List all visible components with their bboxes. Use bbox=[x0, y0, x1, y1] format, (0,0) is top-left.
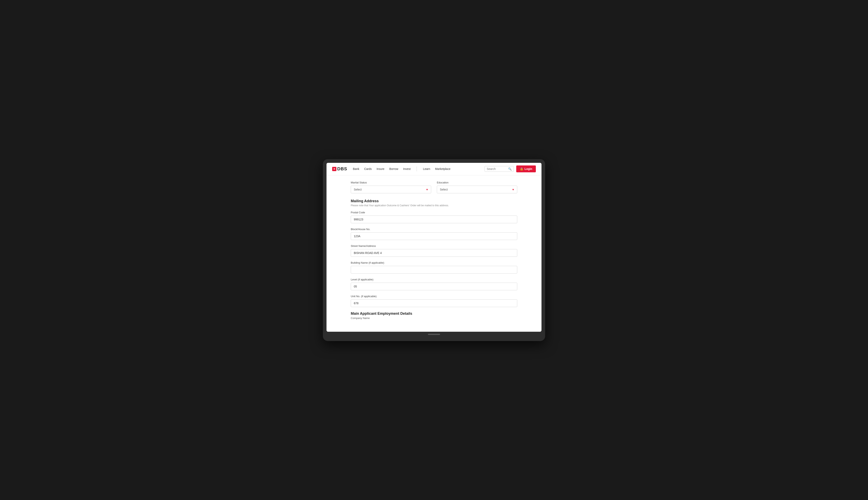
mailing-address-title: Mailing Address bbox=[351, 199, 517, 203]
nav-right: 🔍 🔒 Login bbox=[484, 166, 536, 172]
logo-text: DBS bbox=[337, 166, 347, 171]
company-name-subtitle: Company Name bbox=[351, 317, 517, 320]
level-group: Level (if applicable) bbox=[351, 278, 517, 290]
nav-links: Bank Cards Insure Borrow Invest Learn Ma… bbox=[353, 167, 484, 171]
nav-insure[interactable]: Insure bbox=[377, 167, 385, 171]
laptop-notch bbox=[428, 334, 440, 335]
education-group: Education Select ▼ bbox=[437, 181, 517, 193]
building-name-group: Building Name (if applicable) bbox=[351, 261, 517, 274]
postal-code-label: Postal Code bbox=[351, 211, 517, 214]
street-name-group: Street Name/Address bbox=[351, 245, 517, 257]
street-name-input[interactable] bbox=[351, 249, 517, 257]
block-house-label: Block/House No. bbox=[351, 228, 517, 231]
education-select[interactable]: Select bbox=[437, 186, 517, 193]
marital-status-select-wrapper[interactable]: Select ▼ bbox=[351, 186, 431, 193]
login-button[interactable]: 🔒 Login bbox=[516, 166, 536, 172]
unit-label: Unit No. (if applicable) bbox=[351, 295, 517, 298]
nav-learn[interactable]: Learn bbox=[423, 167, 430, 171]
street-name-label: Street Name/Address bbox=[351, 245, 517, 248]
marital-education-row: Marital Status Select ▼ Education Select bbox=[351, 181, 517, 193]
postal-code-group: Postal Code bbox=[351, 211, 517, 223]
lock-icon: 🔒 bbox=[520, 167, 523, 171]
nav-divider bbox=[416, 167, 417, 171]
search-input[interactable] bbox=[487, 167, 507, 171]
marital-status-group: Marital Status Select ▼ bbox=[351, 181, 431, 193]
logo-area: ✕ DBS bbox=[332, 166, 347, 171]
nav-bank[interactable]: Bank bbox=[353, 167, 359, 171]
building-name-label: Building Name (if applicable) bbox=[351, 261, 517, 264]
marital-status-label: Marital Status bbox=[351, 181, 431, 184]
block-house-input[interactable] bbox=[351, 232, 517, 240]
level-input[interactable] bbox=[351, 283, 517, 290]
nav-cards[interactable]: Cards bbox=[364, 167, 372, 171]
building-name-input[interactable] bbox=[351, 266, 517, 274]
laptop-bottom bbox=[327, 332, 541, 335]
nav-marketplace[interactable]: Marketplace bbox=[435, 167, 450, 171]
search-icon: 🔍 bbox=[508, 167, 512, 171]
employment-section-title: Main Applicant Employment Details bbox=[351, 311, 517, 316]
page-content: Marital Status Select ▼ Education Select bbox=[327, 175, 541, 332]
level-label: Level (if applicable) bbox=[351, 278, 517, 281]
mailing-address-section-header: Mailing Address Please note that Your ap… bbox=[351, 199, 517, 207]
mailing-address-note: Please note that Your application Outcom… bbox=[351, 204, 517, 207]
dbs-logo-icon: ✕ bbox=[332, 167, 336, 171]
unit-group: Unit No. (if applicable) bbox=[351, 295, 517, 307]
unit-input[interactable] bbox=[351, 299, 517, 307]
education-select-wrapper[interactable]: Select ▼ bbox=[437, 186, 517, 193]
search-box[interactable]: 🔍 bbox=[484, 166, 514, 172]
education-label: Education bbox=[437, 181, 517, 184]
nav-invest[interactable]: Invest bbox=[403, 167, 411, 171]
nav-borrow[interactable]: Borrow bbox=[389, 167, 398, 171]
postal-code-input[interactable] bbox=[351, 216, 517, 223]
marital-status-select[interactable]: Select bbox=[351, 186, 431, 193]
block-house-group: Block/House No. bbox=[351, 228, 517, 240]
employment-section-header: Main Applicant Employment Details Compan… bbox=[351, 311, 517, 320]
logo-x: ✕ bbox=[333, 168, 335, 171]
login-label: Login bbox=[525, 167, 532, 171]
navbar: ✕ DBS Bank Cards Insure Borrow Invest Le… bbox=[327, 163, 541, 175]
